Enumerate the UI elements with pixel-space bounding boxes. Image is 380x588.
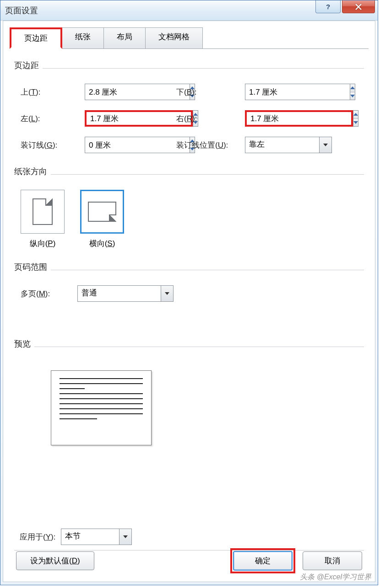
- preview-line: [60, 403, 143, 404]
- multipage-label: 多页(M):: [21, 289, 50, 299]
- margins-group-header: 页边距: [14, 60, 364, 76]
- chevron-down-icon: [323, 144, 328, 146]
- dialog-content: 页边距 纸张 布局 文档网格 页边距 上(T): 下(B):: [3, 21, 375, 582]
- page-setup-dialog: 页面设置 ? 页边距 纸张 布局 文档网格 页边距 上(T):: [0, 0, 378, 585]
- portrait-label: 纵向(P): [30, 238, 56, 249]
- landscape-option[interactable]: [80, 190, 124, 234]
- orientation-landscape: 横向(S): [80, 190, 124, 249]
- preview-group-header: 预览: [14, 338, 364, 355]
- tab-paper[interactable]: 纸张: [62, 27, 104, 49]
- bottom-margin-spin-buttons: [350, 84, 355, 100]
- landscape-label: 横向(S): [89, 238, 115, 249]
- close-icon: [355, 4, 362, 10]
- orientation-portrait: 纵向(P): [21, 190, 65, 249]
- divider: [34, 347, 364, 347]
- right-margin-label: 右(R):: [176, 113, 245, 124]
- tab-paper-label: 纸张: [75, 32, 91, 41]
- gutter-input[interactable]: [85, 137, 190, 153]
- apply-to-combo[interactable]: 本节: [61, 529, 132, 545]
- gutter-spinner[interactable]: [85, 137, 172, 153]
- preview-thumbnail: [51, 370, 152, 445]
- left-margin-label: 左(L):: [21, 113, 85, 124]
- top-margin-label: 上(T):: [21, 87, 85, 97]
- close-button[interactable]: [342, 0, 375, 13]
- gutter-pos-combo[interactable]: 靠左: [245, 137, 332, 153]
- margins-group-label: 页边距: [14, 60, 39, 71]
- preview-line: [60, 408, 143, 409]
- bottom-margin-input[interactable]: [245, 84, 350, 100]
- bottom-margin-label: 下(B):: [176, 87, 245, 97]
- window-controls: ?: [315, 0, 378, 14]
- multipage-value: 普通: [77, 285, 161, 302]
- dropdown-button[interactable]: [319, 137, 332, 153]
- spin-up[interactable]: [350, 84, 355, 92]
- portrait-option[interactable]: [21, 190, 65, 234]
- pages-group-label: 页码范围: [14, 262, 47, 273]
- preview-line: [60, 398, 143, 399]
- divider: [43, 68, 364, 69]
- preview-line: [60, 388, 85, 389]
- tab-margins-label: 页边距: [24, 34, 48, 43]
- help-button[interactable]: ?: [315, 0, 341, 13]
- cancel-button[interactable]: 取消: [303, 551, 362, 570]
- ok-highlight: 确定: [230, 548, 295, 573]
- set-default-button[interactable]: 设为默认值(D): [16, 551, 94, 570]
- gutter-pos-value: 靠左: [245, 137, 319, 153]
- landscape-icon: [88, 202, 116, 222]
- orientation-group-label: 纸张方向: [14, 166, 47, 177]
- spin-up[interactable]: [353, 111, 358, 119]
- divider: [51, 270, 364, 270]
- preview-group-label: 预览: [14, 338, 31, 349]
- tab-grid-label: 文档网格: [158, 32, 190, 41]
- spin-down[interactable]: [353, 119, 358, 127]
- portrait-icon: [33, 198, 53, 225]
- tab-strip: 页边距 纸张 布局 文档网格: [10, 27, 369, 49]
- divider: [51, 174, 364, 175]
- chevron-down-icon: [165, 292, 169, 295]
- dropdown-button[interactable]: [119, 529, 132, 545]
- margins-grid: 上(T): 下(B): 左(L):: [14, 84, 364, 153]
- tab-layout-label: 布局: [117, 32, 132, 41]
- dialog-buttons: 设为默认值(D) 确定 取消: [16, 548, 362, 573]
- dropdown-button[interactable]: [161, 285, 174, 302]
- multipage-combo[interactable]: 普通: [77, 285, 174, 302]
- ok-button[interactable]: 确定: [233, 551, 293, 571]
- multipage-row: 多页(M): 普通: [14, 285, 364, 302]
- apply-to-value: 本节: [61, 529, 119, 545]
- apply-to-row: 应用于(Y): 本节: [20, 529, 132, 545]
- tab-grid[interactable]: 文档网格: [145, 27, 203, 49]
- apply-to-label: 应用于(Y):: [20, 532, 55, 542]
- preview-line: [60, 393, 143, 394]
- gutter-label: 装订线(G):: [21, 140, 85, 150]
- top-margin-spinner[interactable]: [85, 84, 172, 100]
- tab-margins[interactable]: 页边距: [10, 27, 62, 49]
- preview-line: [60, 413, 143, 414]
- chevron-down-icon: [123, 535, 128, 538]
- orientation-options: 纵向(P) 横向(S): [14, 190, 364, 249]
- top-margin-input[interactable]: [85, 84, 190, 100]
- spin-down[interactable]: [350, 92, 355, 100]
- titlebar: 页面设置 ?: [0, 0, 378, 21]
- left-margin-input[interactable]: [87, 112, 191, 125]
- tab-panel-margins: 页边距 上(T): 下(B):: [10, 48, 369, 577]
- window-title: 页面设置: [5, 5, 38, 16]
- preview-line: [60, 383, 143, 384]
- orientation-group-header: 纸张方向: [14, 166, 364, 182]
- preview-line: [60, 418, 97, 419]
- right-margin-input[interactable]: [247, 112, 351, 125]
- pages-group-header: 页码范围: [14, 262, 364, 278]
- bottom-margin-spinner[interactable]: [245, 84, 332, 100]
- gutter-pos-label: 装订线位置(U):: [176, 140, 245, 150]
- tab-layout[interactable]: 布局: [103, 27, 146, 49]
- help-icon: ?: [326, 3, 330, 11]
- preview-line: [60, 378, 143, 379]
- right-margin-spin-buttons: [353, 110, 358, 127]
